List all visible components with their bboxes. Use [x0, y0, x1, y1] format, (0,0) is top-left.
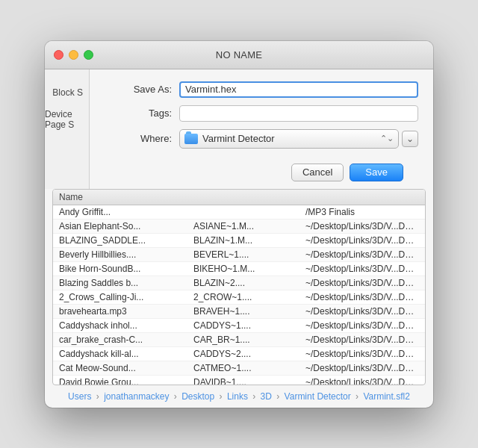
file-path: ~/Desktop/Links/3D/V...Detector/MP3 Fina… — [305, 320, 419, 331]
device-label: Device Page S — [45, 108, 89, 131]
file-name: bravehearta.mp3 — [59, 306, 193, 317]
file-row[interactable]: Asian Elephant-So... ASIANE~1.M... ~/Des… — [53, 220, 425, 234]
file-row[interactable]: car_brake_crash-C... CAR_BR~1.... ~/Desk… — [53, 333, 425, 347]
file-short — [193, 207, 305, 217]
col-name: Name — [59, 192, 193, 202]
file-name: Caddyshack inhol... — [59, 320, 193, 331]
file-path: ~/Desktop/Links/3D/V...Detector/MP3 Fina… — [305, 349, 419, 359]
col-path — [305, 192, 419, 202]
breadcrumb-item[interactable]: jonathanmackey — [104, 391, 169, 402]
file-row[interactable]: Beverly Hillbillies.... BEVERL~1.... ~/D… — [53, 248, 425, 262]
col-short — [193, 192, 305, 202]
file-short: CATMEO~1.... — [193, 363, 305, 373]
breadcrumb-item[interactable]: Varmint Detector — [285, 391, 351, 402]
where-label: Where: — [105, 133, 172, 144]
breadcrumb-item[interactable]: Users — [68, 391, 91, 402]
where-value: Varmint Detector — [202, 133, 376, 144]
breadcrumb-separator: › — [250, 391, 258, 402]
file-list-header: Name — [53, 190, 425, 205]
where-chevron-icon: ⌃⌄ — [380, 134, 394, 143]
tags-input[interactable] — [179, 105, 418, 122]
file-name: Blazing Saddles b... — [59, 278, 193, 288]
breadcrumb-item[interactable]: Links — [227, 391, 248, 402]
file-name: Bike Horn-SoundB... — [59, 264, 193, 274]
traffic-lights — [54, 50, 93, 60]
file-short: CADDYS~2.... — [193, 349, 305, 359]
file-short: ASIANE~1.M... — [193, 221, 305, 231]
block-label: Block S — [45, 81, 89, 104]
breadcrumb-item[interactable]: Desktop — [181, 391, 214, 402]
file-list-body[interactable]: Andy Griffit... /MP3 Finalis Asian Eleph… — [53, 205, 425, 385]
tags-label: Tags: — [105, 108, 172, 119]
where-row: Where: Varmint Detector ⌃⌄ ⌄ — [105, 129, 418, 149]
file-name: Cat Meow-Sound... — [59, 363, 193, 373]
file-path: ~/Desktop/Links/3D/V...Detector/MP3 Fina… — [305, 306, 419, 317]
maximize-button[interactable] — [84, 50, 93, 60]
file-path: ~/Desktop/Links/3D/V...Detector/MP3 Fina… — [305, 249, 419, 260]
file-short: BIKEHO~1.M... — [193, 264, 305, 274]
file-short: CAR_BR~1.... — [193, 335, 305, 345]
tags-row: Tags: — [105, 105, 418, 122]
file-row[interactable]: Andy Griffit... /MP3 Finalis — [53, 205, 425, 220]
file-short: CADDYS~1.... — [193, 320, 305, 331]
file-path: ~/Desktop/Links/3D/V...Detector/MP3 Fina… — [305, 292, 419, 302]
breadcrumb-item[interactable]: Varmint.sfl2 — [363, 391, 409, 402]
file-name: David Bowie Grou... — [59, 377, 193, 385]
where-expand-button[interactable]: ⌄ — [402, 131, 418, 147]
file-short: DAVIDB~1.... — [193, 377, 305, 385]
breadcrumb-separator: › — [217, 391, 225, 402]
buttons-row: Cancel Save — [105, 156, 418, 189]
file-path: ~/Desktop/Links/3D/V...Detector/MP3 Fina… — [305, 363, 419, 373]
file-row[interactable]: BLAZING_SADDLE... BLAZIN~1.M... ~/Deskto… — [53, 234, 425, 248]
file-short: BLAZIN~1.M... — [193, 235, 305, 246]
where-container: Varmint Detector ⌃⌄ ⌄ — [179, 129, 418, 149]
file-path: ~/Desktop/Links/3D/V...Detector/MP3 Fina… — [305, 278, 419, 288]
breadcrumb-separator: › — [172, 391, 180, 402]
file-path: ~/Desktop/Links/3D/V...Detector/MP3 Fina… — [305, 221, 419, 231]
file-short: BEVERL~1.... — [193, 249, 305, 260]
file-row[interactable]: Blazing Saddles b... BLAZIN~2.... ~/Desk… — [53, 276, 425, 290]
file-path: ~/Desktop/Links/3D/V...Detector/MP3 Fina… — [305, 377, 419, 385]
file-short: 2_CROW~1.... — [193, 292, 305, 302]
file-row[interactable]: 2_Crows_Calling-Ji... 2_CROW~1.... ~/Des… — [53, 290, 425, 305]
save-dialog: NO NAME Block S Device Page S Save As: T… — [45, 41, 433, 408]
file-short: BRAVEH~1.... — [193, 306, 305, 317]
file-name: 2_Crows_Calling-Ji... — [59, 292, 193, 302]
file-name: Asian Elephant-So... — [59, 221, 193, 231]
save-as-row: Save As: — [105, 81, 418, 98]
save-button[interactable]: Save — [350, 164, 403, 181]
breadcrumb-separator: › — [274, 391, 282, 402]
breadcrumb: Users › jonathanmackey › Desktop › Links… — [45, 385, 433, 408]
file-short: BLAZIN~2.... — [193, 278, 305, 288]
cancel-button[interactable]: Cancel — [291, 164, 344, 181]
breadcrumb-separator: › — [93, 391, 102, 402]
file-row[interactable]: David Bowie Grou... DAVIDB~1.... ~/Deskt… — [53, 376, 425, 385]
minimize-button[interactable] — [69, 50, 78, 60]
file-name: car_brake_crash-C... — [59, 335, 193, 345]
expand-icon: ⌄ — [406, 134, 414, 144]
file-row[interactable]: Cat Meow-Sound... CATMEO~1.... ~/Desktop… — [53, 361, 425, 376]
file-name: Andy Griffit... — [59, 207, 193, 217]
save-as-input[interactable] — [179, 81, 418, 98]
breadcrumb-item[interactable]: 3D — [261, 391, 272, 402]
file-path: /MP3 Finalis — [305, 207, 419, 217]
file-row[interactable]: bravehearta.mp3 BRAVEH~1.... ~/Desktop/L… — [53, 305, 425, 319]
where-dropdown[interactable]: Varmint Detector ⌃⌄ — [179, 129, 399, 149]
file-row[interactable]: Caddyshack inhol... CADDYS~1.... ~/Deskt… — [53, 319, 425, 333]
close-button[interactable] — [54, 50, 63, 60]
file-row[interactable]: Caddyshack kill-al... CADDYS~2.... ~/Des… — [53, 347, 425, 361]
file-name: BLAZING_SADDLE... — [59, 235, 193, 246]
file-path: ~/Desktop/Links/3D/V...Detector/MP3 Fina… — [305, 335, 419, 345]
folder-icon — [184, 134, 198, 144]
file-row[interactable]: Bike Horn-SoundB... BIKEHO~1.M... ~/Desk… — [53, 262, 425, 276]
file-list: Name Andy Griffit... /MP3 Finalis Asian … — [52, 189, 426, 385]
file-name: Caddyshack kill-al... — [59, 349, 193, 359]
file-name: Beverly Hillbillies.... — [59, 249, 193, 260]
titlebar: NO NAME — [45, 41, 433, 69]
breadcrumb-separator: › — [353, 391, 361, 402]
save-as-label: Save As: — [105, 84, 172, 95]
file-path: ~/Desktop/Links/3D/V...Detector/MP3 Fina… — [305, 264, 419, 274]
window-title: NO NAME — [216, 49, 263, 60]
file-path: ~/Desktop/Links/3D/V...Detector/MP3 Fina… — [305, 235, 419, 246]
